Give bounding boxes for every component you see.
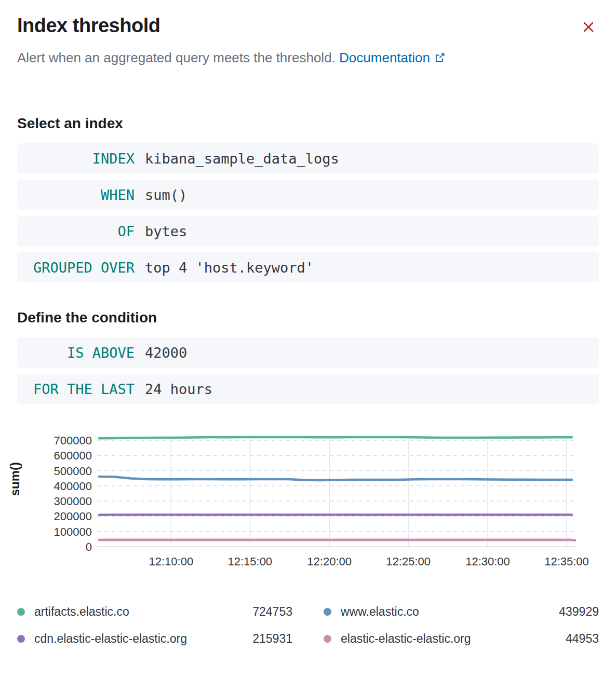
- legend-dot-green: [17, 608, 25, 616]
- legend-label: artifacts.elastic.co: [34, 605, 252, 619]
- y-tick-label: 300000: [54, 495, 92, 508]
- y-tick-label: 700000: [54, 434, 92, 447]
- threshold-preview-chart: sum() 12:10:0012:15:0012:20:0012:25:0012…: [17, 433, 599, 589]
- y-tick-label: 400000: [54, 480, 92, 493]
- x-tick-label: 12:15:00: [227, 555, 272, 568]
- legend-dot-purple: [17, 635, 25, 643]
- legend-dot-blue: [324, 608, 331, 616]
- y-tick-label: 600000: [54, 450, 92, 463]
- close-button[interactable]: [578, 17, 599, 39]
- series-line-0[interactable]: [99, 437, 572, 438]
- legend-item[interactable]: cdn.elastic-elastic-elastic.org 215931: [17, 629, 292, 648]
- y-axis-label: sum(): [8, 462, 22, 496]
- y-tick-label: 500000: [54, 465, 92, 478]
- flyout-subtitle: Alert when an aggregated query meets the…: [17, 48, 599, 67]
- page-title: Index threshold: [17, 15, 160, 37]
- subtitle-text: Alert when an aggregated query meets the…: [17, 50, 336, 65]
- expression-when-row[interactable]: WHEN sum(): [17, 180, 599, 210]
- chart-legend: artifacts.elastic.co 724753 www.elastic.…: [17, 602, 599, 648]
- expression-index-row[interactable]: INDEX kibana_sample_data_logs: [17, 143, 599, 173]
- series-line-1[interactable]: [99, 477, 572, 480]
- y-tick-label: 200000: [54, 510, 92, 523]
- y-tick-label: 100000: [54, 525, 92, 538]
- expression-label: IS ABOVE: [19, 345, 135, 361]
- expression-value: sum(): [145, 187, 187, 203]
- legend-label: elastic-elastic-elastic.org: [341, 632, 566, 646]
- expression-of-row[interactable]: OF bytes: [17, 216, 599, 246]
- expression-value: top 4 'host.keyword': [145, 260, 314, 276]
- expression-label: GROUPED OVER: [19, 260, 135, 276]
- legend-label: cdn.elastic-elastic-elastic.org: [34, 632, 252, 646]
- x-tick-label: 12:20:00: [307, 555, 352, 568]
- expression-label: FOR THE LAST: [19, 381, 135, 397]
- x-tick-label: 12:10:00: [149, 555, 193, 568]
- x-tick-label: 12:25:00: [386, 555, 431, 568]
- section-heading-condition: Define the condition: [17, 309, 599, 326]
- close-icon: [581, 20, 596, 34]
- expression-grouped-over-row[interactable]: GROUPED OVER top 4 'host.keyword': [17, 252, 599, 282]
- legend-item[interactable]: www.elastic.co 439929: [324, 602, 599, 621]
- expression-value: 24 hours: [145, 381, 212, 397]
- legend-dot-pink: [324, 635, 331, 643]
- expression-value: bytes: [145, 223, 187, 239]
- expression-label: WHEN: [19, 187, 135, 203]
- legend-value: 44953: [566, 632, 599, 646]
- condition-threshold-row[interactable]: IS ABOVE 42000: [17, 337, 599, 368]
- legend-value: 439929: [559, 605, 599, 619]
- x-tick-label: 12:30:00: [465, 555, 510, 568]
- flyout-header: Index threshold: [17, 15, 599, 39]
- chart-canvas[interactable]: 12:10:0012:15:0012:20:0012:25:0012:30:00…: [17, 433, 599, 573]
- section-heading-index: Select an index: [17, 115, 599, 132]
- documentation-link[interactable]: Documentation: [339, 50, 446, 65]
- expression-value: kibana_sample_data_logs: [145, 151, 339, 167]
- legend-value: 724753: [252, 605, 292, 619]
- header-divider: [17, 88, 599, 88]
- legend-item[interactable]: artifacts.elastic.co 724753: [17, 602, 292, 621]
- external-link-icon: [434, 52, 446, 63]
- index-threshold-flyout: Index threshold Alert when an aggregated…: [0, 0, 616, 677]
- condition-timewindow-row[interactable]: FOR THE LAST 24 hours: [17, 374, 599, 404]
- y-tick-label: 0: [86, 540, 92, 553]
- legend-value: 215931: [252, 632, 292, 646]
- legend-item[interactable]: elastic-elastic-elastic.org 44953: [324, 629, 599, 648]
- legend-label: www.elastic.co: [341, 605, 559, 619]
- expression-label: OF: [19, 223, 135, 239]
- expression-value: 42000: [145, 345, 187, 361]
- x-tick-label: 12:35:00: [544, 555, 589, 568]
- expression-label: INDEX: [19, 151, 135, 167]
